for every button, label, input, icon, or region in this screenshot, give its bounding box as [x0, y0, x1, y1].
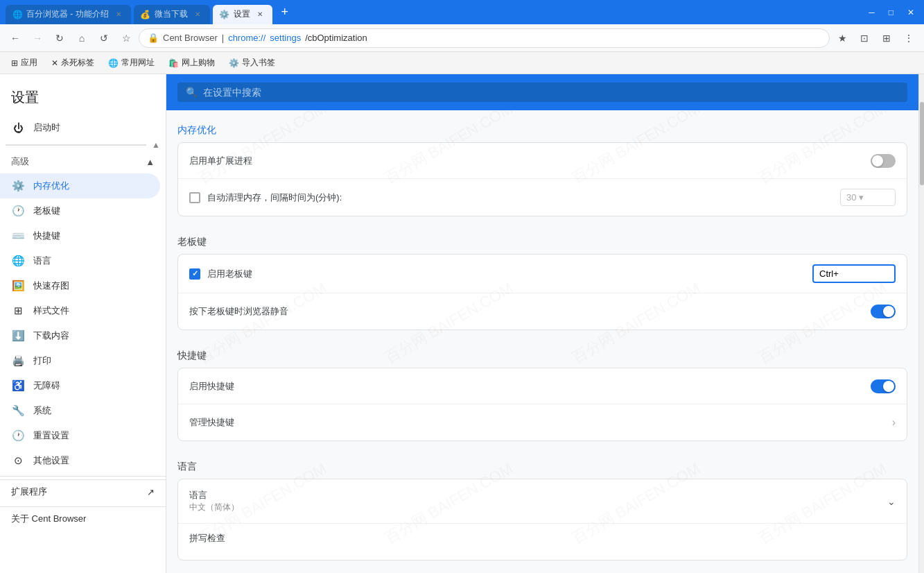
sidebar-item-memory[interactable]: ⚙️ 内存优化 [0, 173, 160, 198]
address-input[interactable]: 🔒 Cent Browser | chrome:// settings /cbO… [139, 28, 830, 48]
accessibility-label: 无障碍 [33, 379, 60, 392]
boss-key-section-header: 老板键 [177, 222, 907, 254]
auto-clear-label-wrap: 自动清理内存，间隔时间为(分钟): [189, 191, 840, 204]
new-tab-button[interactable]: + [275, 3, 295, 22]
apps-label: 应用 [21, 57, 37, 69]
sidebar-item-style-files[interactable]: ⊞ 样式文件 [0, 298, 166, 323]
tab-settings[interactable]: ⚙️ 设置 ✕ [213, 5, 272, 24]
sidebar-item-screenshot[interactable]: 🖼️ 快速存图 [0, 273, 166, 298]
boss-key-checkbox[interactable] [189, 268, 200, 280]
home-button[interactable]: ⌂ [72, 28, 91, 48]
single-ext-toggle[interactable] [871, 154, 896, 168]
language-row[interactable]: 语言 中文（简体） ⌄ [178, 479, 907, 524]
memory-row-auto-clear: 自动清理内存，间隔时间为(分钟): 30 ▾ [178, 179, 907, 216]
settings-content: 内存优化 启用单扩展进程 自动清理内存，间隔时间为(分钟): [166, 110, 918, 573]
boss-key-input[interactable] [812, 264, 896, 283]
shortcuts-card: 启用快捷键 管理快捷键 › [177, 368, 907, 441]
sidebar-about[interactable]: 关于 Cent Browser [0, 506, 166, 531]
shopping-icon: 🛍️ [168, 58, 179, 68]
auto-clear-checkbox[interactable] [189, 192, 200, 203]
language-section-header: 语言 [177, 447, 907, 479]
sidebar-extensions[interactable]: 扩展程序 ↗ [0, 479, 166, 504]
boss-key-icon: 🕐 [11, 205, 25, 217]
apps-icon: ⊞ [11, 58, 18, 68]
tab-intro[interactable]: 🌐 百分浏览器 - 功能介绍 ✕ [6, 5, 131, 24]
tab-settings-close[interactable]: ✕ [254, 9, 265, 20]
sidebar-item-boss-key[interactable]: 🕐 老板键 [0, 198, 166, 223]
forward-button[interactable]: → [28, 28, 47, 48]
auto-clear-label: 自动清理内存，间隔时间为(分钟): [207, 191, 342, 204]
sidebar-item-other[interactable]: ⊙ 其他设置 [0, 448, 166, 473]
memory-card: 启用单扩展进程 自动清理内存，间隔时间为(分钟): 30 ▾ [177, 142, 907, 216]
system-icon: 🔧 [11, 404, 25, 417]
extensions-external-icon: ↗ [147, 487, 155, 497]
search-bar: 🔍 [166, 74, 918, 110]
sidebar-item-language[interactable]: 🌐 语言 [0, 248, 166, 273]
address-hash: /cbOptimization [305, 33, 367, 43]
sidebar-item-downloads[interactable]: ⬇️ 下载内容 [0, 323, 166, 348]
menu-button[interactable]: ⋮ [899, 28, 918, 48]
language-icon: 🌐 [11, 255, 25, 267]
reader-mode-button[interactable]: ⊡ [855, 28, 874, 48]
bookmark-apps[interactable]: ⊞ 应用 [6, 55, 43, 71]
bookmark-shopping[interactable]: 🛍️ 网上购物 [163, 55, 220, 71]
sidebar-item-shortcuts[interactable]: ⌨️ 快捷键 [0, 223, 166, 248]
scrollbar-thumb[interactable] [920, 102, 924, 185]
titlebar: 🌐 百分浏览器 - 功能介绍 ✕ 💰 微当下载 ✕ ⚙️ 设置 ✕ + ─ □ … [0, 0, 924, 24]
minimize-button[interactable]: ─ [864, 6, 879, 19]
bookmark-common-sites[interactable]: 🌐 常用网址 [103, 55, 160, 71]
tab-download-icon: 💰 [141, 10, 150, 19]
tab-intro-label: 百分浏览器 - 功能介绍 [26, 8, 109, 20]
sidebar-section-advanced[interactable]: 高级 ▲ [0, 150, 166, 173]
sidebar-item-accessibility[interactable]: ♿ 无障碍 [0, 373, 166, 398]
content-scrollbar[interactable] [918, 74, 924, 573]
style-files-label: 样式文件 [33, 305, 69, 317]
bookmark-page-button[interactable]: ★ [833, 28, 852, 48]
tab-intro-close[interactable]: ✕ [113, 9, 124, 20]
bookmark-kill-tabs[interactable]: ✕ 杀死标签 [46, 55, 100, 71]
language-name: 语言 [189, 489, 887, 502]
language-sublabel: 中文（简体） [189, 502, 887, 513]
main-area: 设置 ⏻ 启动时 ▲ 高级 ▲ ⚙️ 内存优化 🕐 老板键 ⌨️ 快捷键 🌐 [0, 74, 924, 573]
shortcuts-icon: ⌨️ [11, 230, 25, 242]
shortcuts-manage-arrow-icon: › [892, 416, 896, 429]
single-ext-label: 启用单扩展进程 [189, 155, 871, 167]
dropdown-arrow-icon: ▾ [859, 192, 864, 203]
downloads-icon: ⬇️ [11, 330, 25, 342]
shortcuts-toggle[interactable] [871, 379, 896, 393]
search-input[interactable] [203, 87, 899, 98]
search-wrap[interactable]: 🔍 [177, 83, 907, 102]
boss-key-mute-label: 按下老板键时浏览器静音 [189, 305, 871, 318]
back-button[interactable]: ← [6, 28, 25, 48]
address-prefix: Cent Browser [163, 33, 218, 43]
maximize-button[interactable]: □ [884, 6, 898, 19]
kill-icon: ✕ [51, 58, 58, 68]
other-label: 其他设置 [33, 454, 69, 467]
shortcuts-enable-label: 启用快捷键 [189, 380, 871, 393]
window-controls: ─ □ ✕ [864, 6, 918, 19]
bookmark-star-button[interactable]: ☆ [116, 28, 136, 48]
shortcuts-manage-row[interactable]: 管理快捷键 › [178, 404, 907, 441]
boss-key-enable-label: 启用老板键 [207, 268, 252, 280]
history-back-button[interactable]: ↺ [94, 28, 114, 48]
tab-download-label: 微当下载 [155, 8, 188, 20]
sidebar-item-reset[interactable]: 🕐 重置设置 [0, 423, 166, 448]
close-button[interactable]: ✕ [903, 6, 918, 19]
extensions-label: 扩展程序 [11, 486, 47, 498]
sidebar-item-system[interactable]: 🔧 系统 [0, 398, 166, 423]
sidebar-item-print[interactable]: 🖨️ 打印 [0, 348, 166, 373]
system-label: 系统 [33, 404, 51, 417]
extension-list-button[interactable]: ⊞ [877, 28, 896, 48]
auto-clear-dropdown[interactable]: 30 ▾ [840, 189, 896, 206]
downloads-label: 下载内容 [33, 330, 69, 342]
tab-download[interactable]: 💰 微当下载 ✕ [134, 5, 210, 24]
sidebar-divider [0, 476, 166, 477]
sidebar-title: 设置 [0, 74, 166, 115]
startup-icon: ⏻ [11, 122, 25, 134]
boss-key-mute-toggle[interactable] [871, 305, 896, 318]
bookmark-import[interactable]: ⚙️ 导入书签 [223, 55, 281, 71]
reload-button[interactable]: ↻ [50, 28, 69, 48]
sidebar-item-startup[interactable]: ⏻ 启动时 [0, 115, 166, 140]
tab-settings-icon: ⚙️ [220, 10, 229, 19]
tab-download-close[interactable]: ✕ [192, 9, 203, 20]
